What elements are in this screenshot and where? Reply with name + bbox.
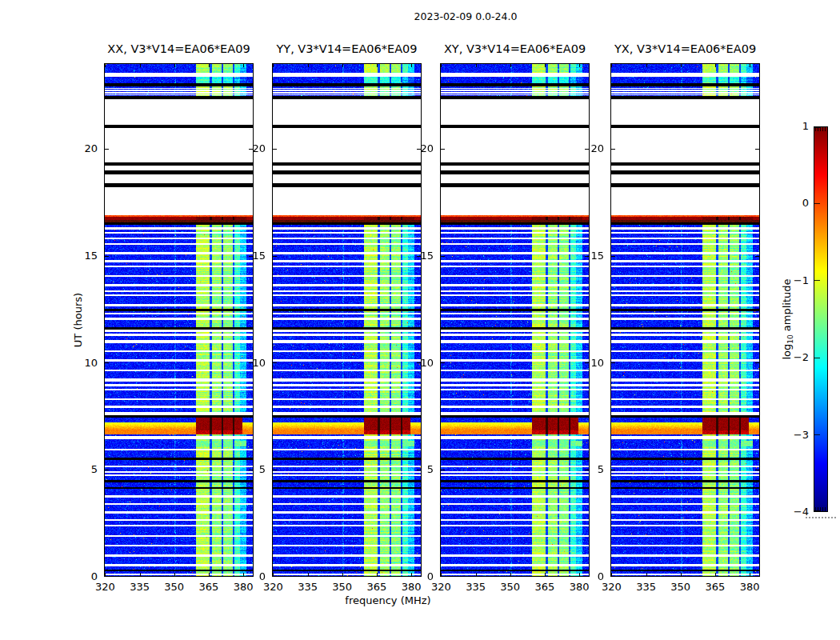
y-tick-label: 20 (238, 142, 266, 154)
colorbar-tick-label: −2 (780, 351, 809, 363)
y-tick-label: 10 (406, 357, 434, 369)
x-tick-label: 335 (636, 581, 656, 593)
y-tick-label: 20 (70, 142, 98, 154)
spectrogram-canvas-yy (272, 63, 422, 577)
colorbar-tick-label: −1 (780, 274, 809, 286)
x-axis-label: frequency (MHz) (345, 594, 430, 606)
panel-title: XX, V3*V14=EA06*EA09 (107, 42, 250, 56)
y-tick-label: 15 (238, 250, 266, 262)
x-tick-label: 320 (263, 581, 283, 593)
y-tick-label: 0 (577, 570, 604, 582)
y-tick-label: 0 (70, 570, 98, 582)
x-tick-label: 320 (95, 581, 115, 593)
y-tick-label: 15 (406, 250, 434, 262)
x-tick-label: 380 (570, 581, 590, 593)
figure: 2023-02-09 0.0-24.0 frequency (MHz) UT (… (0, 0, 840, 640)
panel-title: YX, V3*V14=EA06*EA09 (614, 42, 756, 56)
x-tick-label: 335 (298, 581, 318, 593)
colorbar-tick-label: 1 (780, 120, 809, 132)
x-tick-label: 350 (164, 581, 184, 593)
x-tick-label: 365 (705, 581, 725, 593)
colorbar-tick-label: −3 (780, 429, 809, 441)
x-tick-label: 365 (366, 581, 386, 593)
x-tick-label: 380 (740, 581, 760, 593)
x-tick-label: 335 (466, 581, 486, 593)
x-tick-label: 320 (431, 581, 451, 593)
y-tick-label: 15 (70, 250, 98, 262)
y-tick-label: 5 (406, 463, 434, 475)
y-axis-label: UT (hours) (72, 293, 84, 347)
x-tick-label: 335 (130, 581, 150, 593)
y-tick-label: 5 (577, 463, 604, 475)
panel-title: XY, V3*V14=EA06*EA09 (444, 42, 586, 56)
y-tick-label: 0 (406, 570, 434, 582)
x-tick-label: 350 (670, 581, 690, 593)
panel-title: YY, V3*V14=EA06*EA09 (276, 42, 417, 56)
colorbar-tick-label: 0 (780, 197, 809, 209)
y-tick-label: 10 (238, 357, 266, 369)
colorbar-label: log10 amplitude (781, 278, 798, 359)
y-tick-label: 20 (406, 142, 434, 154)
colorbar-label-suffix: amplitude (781, 278, 793, 334)
y-tick-label: 10 (70, 357, 98, 369)
y-tick-label: 5 (70, 463, 98, 475)
figure-title: 2023-02-09 0.0-24.0 (414, 10, 518, 22)
y-tick-label: 0 (238, 570, 266, 582)
x-tick-label: 365 (534, 581, 554, 593)
y-tick-label: 5 (238, 463, 266, 475)
spectrogram-canvas-yx (610, 63, 760, 577)
spectrogram-canvas-xy (440, 63, 590, 577)
x-tick-label: 350 (500, 581, 520, 593)
x-tick-label: 365 (198, 581, 218, 593)
y-tick-label: 20 (577, 142, 604, 154)
y-tick-label: 10 (577, 357, 604, 369)
x-tick-label: 380 (234, 581, 254, 593)
colorbar-tick-label: −4 (780, 506, 809, 518)
colorbar-label-sub: 10 (786, 334, 794, 343)
y-tick-label: 15 (577, 250, 604, 262)
x-tick-label: 380 (402, 581, 422, 593)
colorbar-canvas (814, 126, 828, 512)
x-tick-label: 350 (332, 581, 352, 593)
x-tick-label: 320 (602, 581, 622, 593)
colorbar-underflow-dots (806, 517, 836, 518)
spectrogram-canvas-xx (104, 63, 254, 577)
